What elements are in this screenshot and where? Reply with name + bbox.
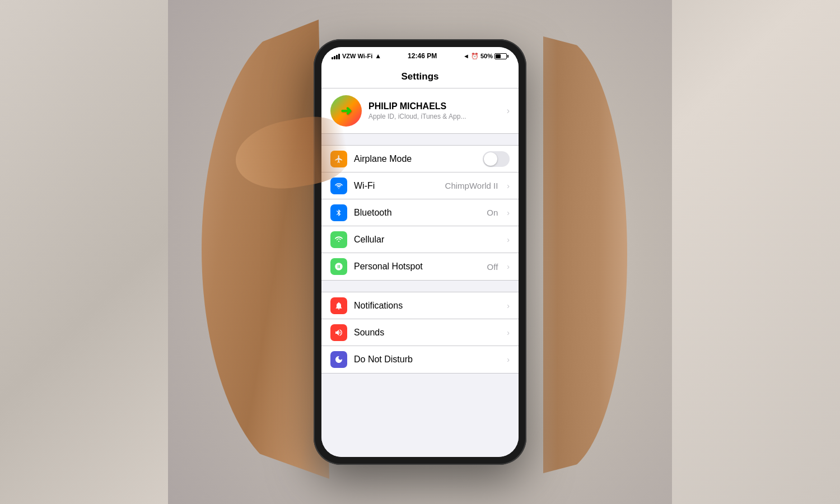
cellular-label: Cellular [354,235,491,245]
battery-icon [494,53,508,59]
personal-hotspot-label: Personal Hotspot [354,262,480,272]
profile-info: PHILIP MICHAELS Apple ID, iCloud, iTunes… [368,101,500,120]
airplane-mode-row[interactable]: Airplane Mode [321,146,519,172]
notifications-section: Notifications › Sounds › [321,292,519,374]
do-not-disturb-label: Do Not Disturb [354,354,500,365]
signal-icon [332,53,340,59]
personal-hotspot-row[interactable]: Personal Hotspot Off › [321,253,519,280]
airplane-mode-icon [330,151,347,167]
notifications-icon [330,297,347,314]
phone-scene: VZW Wi-Fi ▲ 12:46 PM ◄ ⏰ 50% [280,8,560,496]
wifi-chevron-icon: › [507,181,510,190]
status-time: 12:46 PM [408,52,437,60]
carrier-label: VZW Wi-Fi [342,53,372,59]
alarm-icon: ⏰ [471,53,479,60]
notifications-row[interactable]: Notifications › [321,292,519,319]
bluetooth-label: Bluetooth [354,208,480,218]
phone-screen: VZW Wi-Fi ▲ 12:46 PM ◄ ⏰ 50% [321,47,519,457]
section-gap-1 [321,134,519,145]
avatar-arrow-icon: ➜ [340,103,352,119]
location-icon: ◄ [463,53,469,59]
cellular-icon [330,231,347,248]
bluetooth-chevron-icon: › [507,208,510,217]
cellular-row[interactable]: Cellular › [321,226,519,253]
wifi-label: Wi-Fi [354,181,438,191]
personal-hotspot-chevron-icon: › [507,262,510,271]
iphone-frame: VZW Wi-Fi ▲ 12:46 PM ◄ ⏰ 50% [314,39,526,465]
airplane-mode-label: Airplane Mode [354,154,476,164]
navigation-bar: Settings [321,65,519,88]
sounds-label: Sounds [354,328,500,338]
status-bar: VZW Wi-Fi ▲ 12:46 PM ◄ ⏰ 50% [321,47,519,65]
status-left: VZW Wi-Fi ▲ [332,52,381,60]
wifi-row[interactable]: Wi-Fi ChimpWorld II › [321,172,519,199]
sounds-row[interactable]: Sounds › [321,319,519,346]
avatar: ➜ [330,95,362,127]
settings-scroll-view[interactable]: ➜ PHILIP MICHAELS Apple ID, iCloud, iTun… [321,88,519,457]
status-right: ◄ ⏰ 50% [463,53,508,60]
connectivity-section: Airplane Mode Wi-Fi ChimpWor [321,145,519,281]
personal-hotspot-icon [330,258,347,275]
wifi-icon [330,178,347,194]
do-not-disturb-icon [330,351,347,368]
bluetooth-value: On [487,208,498,217]
bluetooth-row[interactable]: Bluetooth On › [321,199,519,226]
sounds-chevron-icon: › [507,328,510,337]
cellular-chevron-icon: › [507,235,510,244]
airplane-mode-toggle[interactable] [483,151,510,167]
battery-percent-label: 50% [480,53,493,59]
profile-name: PHILIP MICHAELS [368,101,500,111]
notifications-label: Notifications [354,301,500,311]
page-title: Settings [401,71,438,82]
bluetooth-icon [330,204,347,221]
wifi-value: ChimpWorld II [445,181,498,190]
notifications-chevron-icon: › [507,301,510,310]
wifi-status-icon: ▲ [375,52,381,60]
profile-subtitle: Apple ID, iCloud, iTunes & App... [368,113,500,120]
bottom-spacer [321,374,519,396]
profile-chevron-icon: › [507,106,510,116]
profile-row[interactable]: ➜ PHILIP MICHAELS Apple ID, iCloud, iTun… [321,88,519,134]
do-not-disturb-row[interactable]: Do Not Disturb › [321,346,519,373]
do-not-disturb-chevron-icon: › [507,355,510,364]
personal-hotspot-value: Off [487,262,498,272]
section-gap-2 [321,281,519,292]
sounds-icon [330,324,347,341]
